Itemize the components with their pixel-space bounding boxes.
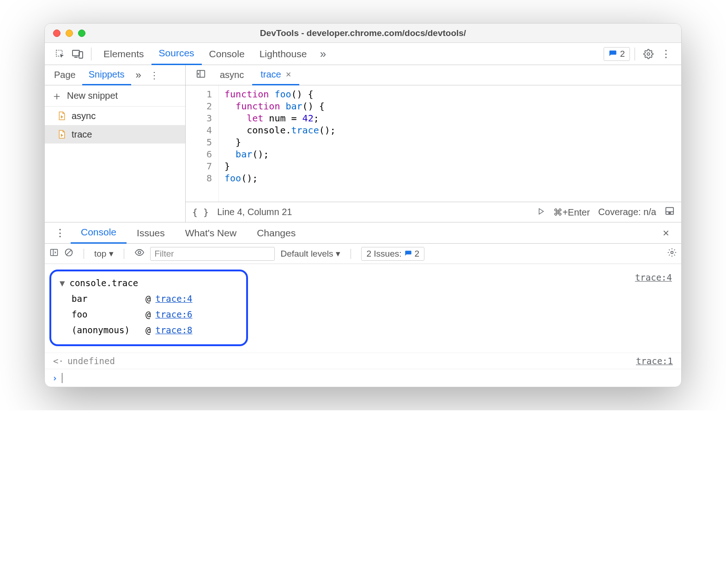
tab-lighthouse[interactable]: Lighthouse — [252, 43, 315, 65]
log-levels-selector[interactable]: Default levels ▾ — [280, 248, 340, 259]
console-output: ▼ console.trace bar@ trace:4foo@ trace:6… — [45, 264, 681, 387]
return-arrow-icon: <· — [53, 356, 64, 366]
console-prompt[interactable]: › — [45, 369, 681, 387]
issues-count: 2 — [620, 49, 625, 59]
main-toolbar: Elements Sources Console Lighthouse » 2 … — [45, 43, 681, 65]
window-close-button[interactable] — [53, 30, 60, 37]
tab-label: async — [220, 70, 244, 80]
editor-panel: asynctrace× 12345678 function foo() { fu… — [186, 65, 681, 222]
stack-source-link[interactable]: trace:8 — [155, 325, 192, 335]
tab-console[interactable]: Console — [202, 43, 252, 65]
toggle-navigator-icon[interactable] — [190, 69, 212, 81]
devtools-window: DevTools - developer.chrome.com/docs/dev… — [44, 23, 682, 387]
source-link[interactable]: trace:4 — [635, 264, 681, 353]
editor-status-bar: { } Line 4, Column 21 ⌘+Enter Coverage: … — [186, 202, 681, 222]
clear-console-icon[interactable] — [64, 248, 73, 259]
drawer-tab-issues[interactable]: Issues — [127, 222, 175, 244]
svg-point-16 — [139, 251, 141, 254]
drawer-tab-console[interactable]: Console — [71, 222, 127, 244]
sidebar-tab-snippets[interactable]: Snippets — [82, 65, 131, 85]
stack-frame: bar@ trace:4 — [60, 291, 238, 306]
stack-fn: foo — [72, 309, 141, 319]
new-snippet-button[interactable]: ＋ New snippet — [45, 85, 185, 107]
stack-fn: (anonymous) — [72, 325, 141, 335]
context-selector[interactable]: top ▾ — [94, 248, 114, 259]
settings-icon[interactable] — [640, 49, 657, 59]
editor-tab[interactable]: async — [212, 65, 252, 85]
window-zoom-button[interactable] — [78, 30, 85, 37]
titlebar: DevTools - developer.chrome.com/docs/dev… — [45, 24, 681, 43]
svg-rect-12 — [51, 249, 58, 255]
plus-icon: ＋ — [51, 89, 62, 103]
svg-point-17 — [671, 252, 673, 254]
cursor-position: Line 4, Column 21 — [217, 207, 292, 217]
stack-frame: (anonymous)@ trace:8 — [60, 322, 238, 338]
stack-source-link[interactable]: trace:6 — [155, 309, 192, 319]
stack-source-link[interactable]: trace:4 — [155, 294, 192, 304]
coverage-label: Coverage: n/a — [598, 207, 656, 217]
tab-sources[interactable]: Sources — [151, 43, 202, 65]
console-settings-icon[interactable] — [667, 248, 677, 259]
svg-line-15 — [67, 250, 71, 255]
kebab-menu-icon[interactable]: ⋮ — [657, 48, 675, 60]
live-expression-icon[interactable] — [134, 247, 145, 260]
close-tab-icon[interactable]: × — [286, 69, 291, 80]
return-value: undefined — [67, 356, 115, 366]
inspect-icon[interactable] — [51, 49, 69, 59]
file-name: async — [72, 111, 96, 121]
console-filter-input[interactable]: Filter — [150, 247, 275, 261]
window-title: DevTools - developer.chrome.com/docs/dev… — [45, 28, 681, 38]
drawer-kebab-icon[interactable]: ⋮ — [49, 227, 71, 239]
console-issues-badge[interactable]: 2 Issues: 2 — [361, 247, 424, 261]
code-body[interactable]: function foo() { function bar() { let nu… — [219, 85, 336, 202]
console-sidebar-icon[interactable] — [49, 248, 59, 259]
line-gutter: 12345678 — [186, 85, 219, 202]
console-toolbar: top ▾ Filter Default levels ▾ 2 Issues: … — [45, 244, 681, 264]
tab-elements[interactable]: Elements — [96, 43, 151, 65]
svg-rect-11 — [669, 213, 671, 214]
run-shortcut-label: ⌘+Enter — [553, 207, 590, 218]
caret-down-icon: ▾ — [109, 248, 114, 259]
stack-trace-highlight: ▼ console.trace bar@ trace:4foo@ trace:6… — [49, 270, 248, 346]
drawer-tab-whatsnew[interactable]: What's New — [175, 222, 247, 244]
trace-header: console.trace — [69, 278, 138, 288]
source-link[interactable]: trace:1 — [636, 356, 673, 366]
svg-rect-1 — [73, 50, 79, 56]
pretty-print-icon[interactable]: { } — [192, 207, 209, 218]
snippet-file-row[interactable]: async — [45, 107, 185, 125]
show-sidebar-icon[interactable] — [665, 206, 675, 218]
more-sidebar-tabs-icon[interactable]: » — [131, 69, 146, 81]
window-minimize-button[interactable] — [66, 30, 73, 37]
sidebar: Page Snippets » ⋮ ＋ New snippet asynctra… — [45, 65, 186, 222]
snippet-file-row[interactable]: trace — [45, 125, 185, 144]
device-toggle-icon[interactable] — [69, 49, 86, 59]
sidebar-kebab-icon[interactable]: ⋮ — [146, 70, 163, 81]
prompt-chevron-icon: › — [52, 373, 57, 383]
cursor — [62, 373, 62, 383]
more-tabs-icon[interactable]: » — [314, 48, 332, 60]
drawer-tab-changes[interactable]: Changes — [247, 222, 306, 244]
file-name: trace — [72, 129, 92, 140]
close-drawer-icon[interactable]: × — [655, 227, 677, 240]
snippet-file-icon — [58, 111, 66, 120]
editor-tab[interactable]: trace× — [252, 65, 299, 85]
sidebar-tab-page[interactable]: Page — [48, 65, 82, 85]
run-snippet-icon[interactable] — [538, 207, 545, 217]
caret-down-icon: ▾ — [336, 248, 340, 259]
collapse-icon[interactable]: ▼ — [60, 278, 65, 288]
issues-badge[interactable]: 2 — [604, 47, 630, 61]
svg-marker-8 — [539, 209, 543, 214]
drawer: ⋮ Console Issues What's New Changes × to… — [45, 222, 681, 387]
snippet-file-icon — [58, 130, 66, 139]
stack-fn: bar — [72, 294, 141, 304]
stack-frame: foo@ trace:6 — [60, 306, 238, 322]
new-snippet-label: New snippet — [67, 90, 118, 101]
svg-point-3 — [647, 53, 650, 55]
tab-label: trace — [260, 69, 281, 80]
